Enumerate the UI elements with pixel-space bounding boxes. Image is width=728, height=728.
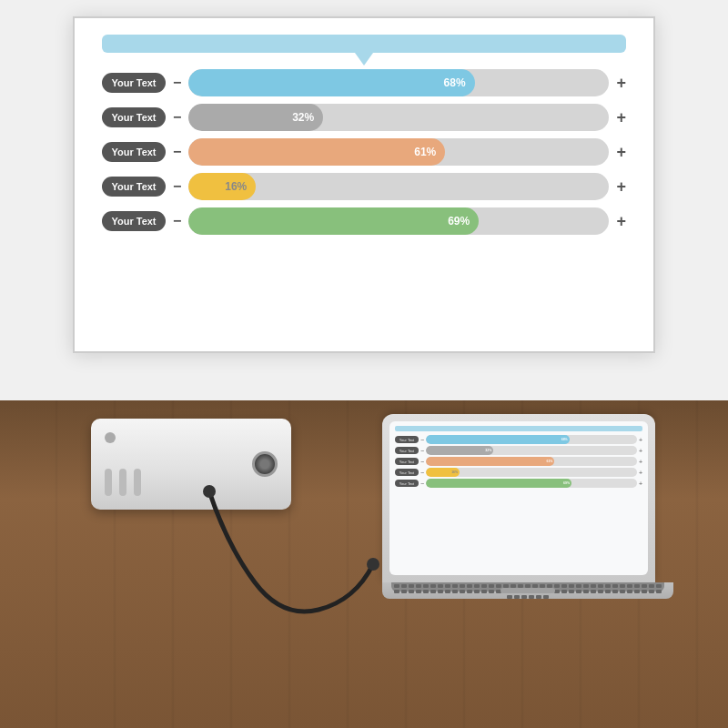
laptop-screen-title [395,426,642,431]
keyboard-key [503,590,509,593]
keyboard-key [569,584,574,588]
screen-title [102,35,626,53]
bar-label: Your Text [102,142,166,162]
keyboard-key [525,584,531,588]
keyboard-key [649,584,654,588]
keyboard-key [467,590,472,593]
keyboard-key [511,590,516,593]
bar-fill: 68% [188,69,474,96]
keyboard-key [452,590,458,593]
minus-button[interactable]: − [173,144,181,160]
mini-minus: − [420,437,424,443]
mini-bar-row: Your Text − 68% + [395,435,642,444]
bar-row: Your Text − 61% + [102,138,626,166]
plus-button[interactable]: + [616,108,626,127]
mini-bar-container: 16% [426,468,637,477]
keyboard-key [481,584,487,588]
plus-button[interactable]: + [616,212,626,231]
keyboard-key [605,590,611,593]
plus-button[interactable]: + [616,74,626,93]
keyboard-key [591,584,596,588]
bar-row: Your Text − 16% + [102,173,626,200]
bar-row: Your Text − 69% + [102,207,626,235]
svg-point-0 [203,485,216,498]
keyboard-key [576,584,581,588]
bar-label: Your Text [102,73,166,93]
bar-fill: 69% [188,207,479,235]
bar-fill: 16% [188,173,256,200]
projector-light [105,432,116,443]
plus-button[interactable]: + [616,143,626,162]
minus-button[interactable]: − [173,75,181,91]
mini-bar-row: Your Text − 61% + [395,457,642,466]
mini-plus: + [639,448,642,454]
keyboard-key [540,590,545,593]
keyboard-key [525,590,531,593]
mini-bar-fill: 61% [426,457,554,466]
projector-vents [105,469,141,496]
keyboard-key [532,584,538,588]
laptop-bars: Your Text − 68% + Your Text − 32% + Your… [395,435,642,490]
mini-bar-row: Your Text − 32% + [395,446,642,455]
minus-button[interactable]: − [173,178,181,195]
minus-button[interactable]: − [173,109,181,126]
keyboard-key [656,590,662,593]
mini-bar-container: 61% [426,457,637,466]
keyboard-key [521,595,527,599]
minus-button[interactable]: − [173,213,181,229]
mini-bar-label: Your Text [395,436,419,443]
keyboard-key [467,584,472,588]
keyboard-key [561,590,567,593]
keyboard-key [518,590,523,593]
keyboard-key [536,595,541,599]
keyboard-key [438,590,443,593]
bar-container: 16% [188,173,609,200]
keyboard-key [598,590,603,593]
projector-vent [119,469,126,496]
bar-container: 68% [188,69,609,96]
mini-plus: + [639,459,642,465]
keyboard-key [547,584,552,588]
plus-button[interactable]: + [616,177,626,197]
keyboard-key [649,590,654,593]
keyboard-key [627,584,632,588]
keyboard-key [489,584,494,588]
keyboard-key [430,584,436,588]
keyboard-key [518,584,523,588]
mini-bar-fill: 69% [426,479,571,488]
keyboard-key [561,584,567,588]
mini-bar-label: Your Text [395,447,419,454]
mini-bar-row: Your Text − 69% + [395,479,642,488]
cable [136,473,428,655]
keyboard-key [598,584,603,588]
keyboard-key [576,590,581,593]
laptop-screen: Your Text − 68% + Your Text − 32% + Your… [389,421,648,575]
mini-plus: + [639,480,642,487]
mini-plus: + [639,470,642,476]
screen-bars: Your Text − 68% + Your Text − 32% + Your… [102,69,626,242]
keyboard-key [620,590,625,593]
keyboard-key [438,584,443,588]
mini-bar-row: Your Text − 16% + [395,468,642,477]
keyboard-key [445,584,450,588]
svg-point-1 [367,558,379,571]
keyboard-key [474,590,480,593]
keyboard-key [620,584,625,588]
keyboard-key [612,584,618,588]
mini-minus: − [420,448,424,454]
bar-label: Your Text [102,211,166,231]
bar-label: Your Text [102,107,166,127]
projector-vent [105,469,112,496]
keyboard-key [569,590,574,593]
keyboard-key [514,595,520,599]
keyboard-key [634,590,640,593]
keyboard-key [642,584,647,588]
keyboard-key [612,590,618,593]
keyboard-key [460,590,465,593]
projection-screen: Your Text − 68% + Your Text − 32% + Your… [73,16,655,353]
mini-bar-container: 68% [426,435,637,444]
keyboard-key [489,590,494,593]
keyboard-key [474,584,480,588]
mini-minus: − [420,459,424,465]
bar-row: Your Text − 32% + [102,104,626,131]
